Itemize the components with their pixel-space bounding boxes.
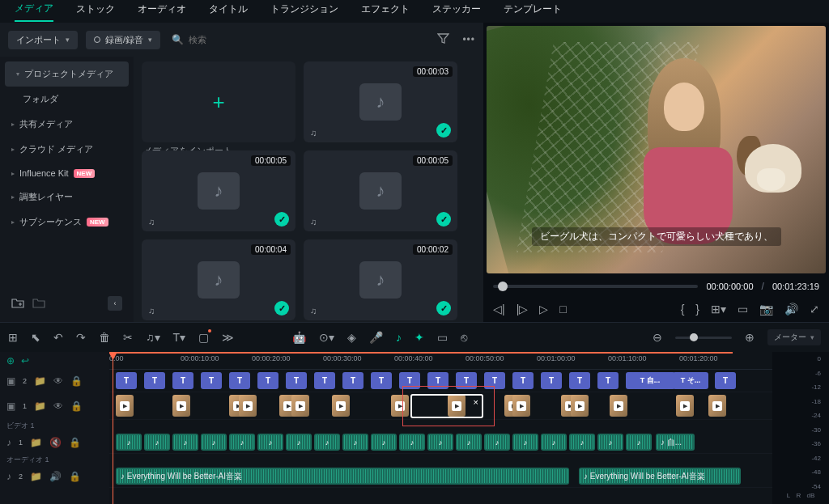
more-icon[interactable]: •••	[462, 34, 475, 45]
text-clip[interactable]: T	[342, 372, 363, 389]
folder-icon[interactable]: 📁	[30, 471, 42, 482]
tab-effect[interactable]: エフェクト	[361, 2, 410, 21]
text-clip[interactable]: T	[286, 372, 307, 389]
media-clip[interactable]: 00:00:03 ♪ ♫ ✓	[304, 61, 457, 142]
text-clip[interactable]: T	[144, 372, 165, 389]
mark-out-icon[interactable]: }	[695, 303, 699, 316]
meter-dropdown[interactable]: メーター▾	[767, 329, 821, 345]
media-clip[interactable]: 00:00:02 ♪ ♫ ✓	[304, 239, 457, 320]
magic-icon[interactable]: ✦	[414, 331, 424, 344]
track-header-text2[interactable]: ▣2 📁 👁 🔒	[0, 370, 109, 392]
add-track-icon[interactable]: ⊞	[8, 331, 18, 344]
audio-clip[interactable]: ♪	[427, 434, 453, 451]
stop-icon[interactable]: □	[559, 303, 566, 316]
zoom-out-icon[interactable]: ⊖	[653, 331, 662, 344]
search-input[interactable]	[189, 35, 253, 44]
play-pause-icon[interactable]: |▷	[517, 303, 529, 316]
mute-icon[interactable]: 🔇	[49, 437, 62, 448]
text-clip[interactable]: T	[371, 372, 392, 389]
audio-clip[interactable]: ♪	[116, 434, 142, 451]
audio-clip[interactable]: ♪	[626, 434, 652, 451]
music-tool-icon[interactable]: ♪	[396, 331, 402, 344]
audio-clip[interactable]: ♪	[172, 434, 198, 451]
media-clip[interactable]: 00:00:05 ♪ ♫ ✓	[142, 150, 295, 231]
sidebar-item-cloud[interactable]: ▸クラウド メディア	[0, 137, 134, 162]
tab-media[interactable]: メディア	[15, 2, 53, 22]
speed-icon[interactable]: ⊙▾	[319, 331, 334, 344]
collapse-sidebar-icon[interactable]: ‹	[108, 296, 122, 311]
text-clip[interactable]: T	[427, 372, 449, 389]
folder-icon[interactable]	[32, 297, 45, 311]
lock-icon[interactable]: 🔒	[69, 471, 81, 482]
text-clip[interactable]: T	[116, 372, 137, 389]
track-text[interactable]: TTTTTTTTTTTTTTTTTTTTTT 自...T そ...T	[109, 370, 772, 392]
audio-clip[interactable]: ♪	[541, 434, 567, 451]
track-audio-1[interactable]: ♪♪♪♪♪♪♪♪♪♪♪♪♪♪♪♪♪♪♪♪ 自...	[109, 431, 772, 454]
crop-icon[interactable]: ▢	[198, 331, 209, 344]
sidebar-item-influence-kit[interactable]: ▸Influence KitNEW	[0, 162, 134, 184]
search-box[interactable]: 🔍	[172, 34, 253, 45]
tab-stock[interactable]: ストック	[76, 2, 115, 21]
text-clip[interactable]: T	[399, 372, 420, 389]
text-clip[interactable]: T そ...	[673, 372, 708, 389]
marker-icon[interactable]: ◈	[347, 331, 356, 344]
filter-icon[interactable]	[437, 33, 449, 47]
audio-clip[interactable]: ♪	[229, 434, 255, 451]
speaker-icon[interactable]: 🔊	[49, 471, 62, 482]
text-clip[interactable]: T	[456, 372, 477, 389]
video-clip[interactable]: ▶	[116, 395, 134, 417]
redo-icon[interactable]: ↷	[76, 331, 86, 344]
delete-icon[interactable]: 🗑	[99, 331, 110, 344]
lock-icon[interactable]: 🔒	[70, 375, 83, 387]
preview-video[interactable]: ビーグル犬は、コンパクトで可愛らしい犬種であり、	[487, 26, 826, 273]
mixer-icon[interactable]: ⎋	[461, 331, 467, 344]
track-link-icon[interactable]: ↩	[21, 355, 29, 366]
media-clip[interactable]: 00:00:04 ♪ ♫ ✓	[142, 239, 295, 320]
timeline-ruler[interactable]: 0:0000:00:10:0000:00:20:0000:00:30:0000:…	[109, 352, 772, 370]
import-card[interactable]: + メディアをインポート	[142, 61, 295, 142]
text-clip[interactable]: T	[715, 372, 736, 389]
split-icon[interactable]: ✂	[123, 331, 133, 344]
video-clip[interactable]: ▶	[708, 395, 726, 417]
video-clip[interactable]: ▶	[332, 395, 350, 417]
fullscreen-icon[interactable]: ⤢	[810, 303, 819, 316]
record-dropdown[interactable]: 録画/録音▾	[86, 31, 160, 49]
sidebar-item-subsequence[interactable]: ▸サブシーケンスNEW	[0, 210, 134, 235]
video-clip[interactable]: ▶	[239, 395, 257, 417]
sidebar-item-adjust-layer[interactable]: ▸調整レイヤー	[0, 184, 134, 210]
text-clip[interactable]: T	[201, 372, 222, 389]
video-clip[interactable]: ▶	[512, 395, 530, 417]
text-clip[interactable]: T	[597, 372, 619, 389]
eye-icon[interactable]: 👁	[53, 400, 63, 412]
text-tool-icon[interactable]: T▾	[173, 331, 186, 344]
audio-clip[interactable]: ♪	[484, 434, 510, 451]
scrub-bar[interactable]	[493, 285, 698, 288]
prev-frame-icon[interactable]: ◁|	[493, 303, 505, 316]
folder-icon[interactable]: 📁	[30, 437, 42, 448]
tab-template[interactable]: テンプレート	[504, 2, 562, 21]
video-clip[interactable]: ▶	[172, 395, 190, 417]
audio-clip[interactable]: ♪	[456, 434, 482, 451]
text-clip[interactable]: T	[172, 372, 193, 389]
video-clip[interactable]: ▶	[676, 395, 694, 417]
new-folder-icon[interactable]	[11, 297, 24, 311]
volume-icon[interactable]: 🔊	[784, 303, 798, 316]
eye-icon[interactable]: 👁	[53, 375, 63, 387]
audio-clip[interactable]: ♪	[597, 434, 623, 451]
lock-icon[interactable]: 🔒	[70, 400, 83, 412]
video-clip[interactable]: ▶	[391, 395, 409, 417]
lock-icon[interactable]: 🔒	[69, 437, 81, 448]
scrub-head[interactable]	[498, 282, 508, 291]
render-icon[interactable]: ▭	[437, 331, 448, 344]
video-clip[interactable]: ▶	[610, 395, 627, 417]
audio-clip[interactable]: ♪	[342, 434, 368, 451]
tab-audio[interactable]: オーディオ	[138, 2, 186, 21]
sidebar-item-project-media[interactable]: ▾プロジェクトメディア	[5, 61, 129, 87]
undo-icon[interactable]: ↶	[53, 331, 63, 344]
audio-clip[interactable]: ♪	[399, 434, 425, 451]
text-clip[interactable]: T	[512, 372, 534, 389]
timeline-tracks[interactable]: 0:0000:00:10:0000:00:20:0000:00:30:0000:…	[109, 352, 772, 504]
play-icon[interactable]: ▷	[539, 303, 548, 316]
sidebar-item-shared[interactable]: ▸共有メディア	[0, 112, 134, 137]
track-header-video1[interactable]: ▣1 📁 👁 🔒	[0, 392, 109, 420]
